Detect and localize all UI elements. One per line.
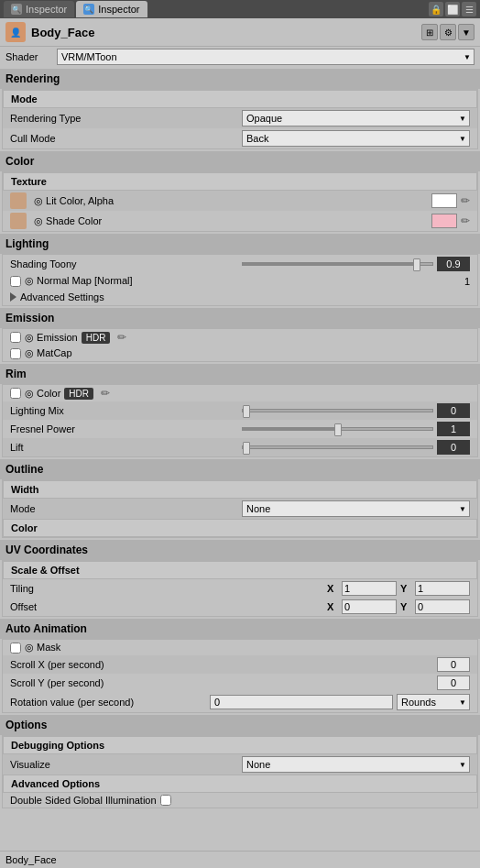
tab-inspector-1[interactable]: 🔍 Inspector	[4, 1, 74, 17]
mask-checkbox[interactable]	[10, 643, 21, 654]
shading-toony-thumb[interactable]	[413, 258, 420, 271]
cull-mode-row: Cull Mode Back	[3, 128, 477, 148]
visualize-select-wrapper[interactable]: None	[242, 756, 470, 773]
matcap-label: ◎ MatCap	[25, 347, 72, 359]
visualize-select[interactable]: None	[242, 756, 470, 773]
offset-x-label: X	[327, 601, 340, 612]
tiling-y-label: Y	[400, 583, 413, 594]
shading-toony-row: Shading Toony	[3, 255, 477, 273]
rim-color-label: ◎ Color	[25, 388, 60, 400]
tiling-x-cell: X	[327, 581, 397, 596]
main-scroll[interactable]: Rendering Mode Rendering Type Opaque Cul…	[0, 67, 480, 868]
scale-offset-header: Scale & Offset	[3, 561, 477, 579]
rotation-input[interactable]	[210, 695, 393, 709]
rim-color-row: ◎ Color HDR ✏	[3, 385, 477, 401]
fresnel-power-row: Fresnel Power	[3, 420, 477, 438]
options-section-header: Options	[0, 715, 480, 735]
offset-x-cell: X	[327, 599, 397, 614]
shade-color-swatch[interactable]	[431, 214, 457, 228]
shade-color-preview-icon	[10, 213, 27, 229]
bottom-label: Body_Face	[5, 854, 57, 865]
rim-color-checkbox[interactable]	[10, 388, 21, 399]
tab-inspector-2[interactable]: 🔍 Inspector	[76, 1, 147, 17]
scroll-x-label: Scroll X (per second)	[10, 659, 433, 670]
fresnel-power-label: Fresnel Power	[10, 423, 238, 434]
emission-hdr-badge[interactable]: HDR	[82, 332, 111, 344]
auto-animation-panel: ◎ Mask Scroll X (per second) Scroll Y (p…	[2, 639, 478, 713]
scroll-y-label: Scroll Y (per second)	[10, 677, 433, 688]
scroll-x-row: Scroll X (per second)	[3, 655, 477, 674]
lighting-mix-input[interactable]	[437, 403, 470, 418]
emission-section-header: Emission	[0, 308, 480, 328]
scroll-x-input[interactable]	[437, 657, 470, 672]
maximize-button[interactable]: ⬜	[445, 2, 460, 16]
scroll-y-input[interactable]	[437, 676, 470, 690]
rim-hdr-badge[interactable]: HDR	[64, 388, 93, 400]
lighting-mix-thumb[interactable]	[243, 405, 250, 418]
tiling-x-input[interactable]	[342, 581, 397, 596]
rendering-type-select[interactable]: Opaque	[242, 110, 470, 126]
texture-button[interactable]: ⊞	[421, 24, 438, 40]
emission-checkbox[interactable]	[10, 332, 21, 343]
tab-label-1: Inspector	[26, 4, 67, 15]
matcap-checkbox[interactable]	[10, 348, 21, 359]
shader-select[interactable]: VRM/MToon	[57, 49, 475, 65]
rounds-select-wrapper[interactable]: Rounds Radians Degrees	[397, 694, 470, 710]
advanced-options-header: Advanced Options	[3, 775, 477, 793]
shader-row: Shader VRM/MToon	[0, 47, 480, 67]
lighting-panel: Shading Toony ◎ Normal Map [Normal] 1 Ad…	[2, 254, 478, 306]
shading-toony-slider[interactable]	[242, 262, 433, 266]
offset-y-label: Y	[400, 601, 413, 612]
fresnel-power-fill	[243, 428, 338, 430]
lighting-section-header: Lighting	[0, 234, 480, 254]
uv-section-header: UV Coordinates	[0, 540, 480, 560]
advanced-triangle-icon	[10, 292, 16, 302]
menu-button[interactable]: ☰	[462, 2, 476, 16]
scroll-y-row: Scroll Y (per second)	[3, 674, 477, 692]
tiling-y-input[interactable]	[415, 581, 470, 596]
emission-edit-icon[interactable]: ✏	[117, 331, 126, 344]
rendering-type-label: Rendering Type	[10, 113, 238, 124]
fresnel-power-slider-container	[242, 422, 470, 436]
cull-mode-select[interactable]: Back	[242, 130, 470, 147]
lift-slider[interactable]	[242, 445, 433, 449]
normal-map-checkbox[interactable]	[10, 276, 21, 287]
shading-toony-input[interactable]	[437, 257, 470, 271]
cull-mode-select-wrapper[interactable]: Back	[242, 130, 470, 147]
outline-mode-select[interactable]: None	[242, 500, 470, 517]
offset-x-input[interactable]	[342, 599, 397, 614]
lock-button[interactable]: 🔒	[429, 2, 443, 16]
rendering-type-select-wrapper[interactable]: Opaque	[242, 110, 470, 126]
lighting-mix-label: Lighting Mix	[10, 405, 238, 416]
lift-row: Lift	[3, 438, 477, 456]
emission-row: ◎ Emission HDR ✏	[3, 329, 477, 346]
shade-color-edit-icon[interactable]: ✏	[461, 214, 470, 227]
fresnel-power-slider[interactable]	[242, 427, 433, 431]
shader-select-wrapper[interactable]: VRM/MToon	[57, 49, 475, 65]
rim-color-edit-icon[interactable]: ✏	[101, 387, 110, 400]
rounds-select[interactable]: Rounds Radians Degrees	[397, 694, 470, 710]
settings-button[interactable]: ⚙	[440, 24, 456, 40]
offset-y-input[interactable]	[415, 599, 470, 614]
rendering-type-row: Rendering Type Opaque	[3, 108, 477, 128]
fresnel-power-thumb[interactable]	[334, 423, 342, 436]
rendering-mode-header: Mode	[3, 90, 477, 108]
tab-label-2: Inspector	[98, 4, 139, 15]
lighting-mix-slider[interactable]	[242, 409, 433, 412]
advanced-settings-row[interactable]: Advanced Settings	[3, 289, 477, 305]
lighting-mix-slider-container	[242, 403, 470, 418]
lit-color-edit-icon[interactable]: ✏	[461, 194, 470, 207]
advanced-settings-label: Advanced Settings	[20, 291, 104, 302]
lit-color-label: ◎ Lit Color, Alpha	[34, 195, 428, 207]
lift-input[interactable]	[437, 440, 470, 455]
lighting-mix-row: Lighting Mix	[3, 401, 477, 420]
normal-map-value: 1	[464, 276, 470, 287]
more-button[interactable]: ▼	[458, 24, 475, 40]
lit-color-swatch[interactable]	[431, 193, 457, 208]
lift-thumb[interactable]	[243, 442, 250, 455]
fresnel-power-input[interactable]	[437, 422, 470, 436]
tab-bar: 🔍 Inspector 🔍 Inspector 🔒 ⬜ ☰	[0, 0, 480, 18]
double-sided-checkbox[interactable]	[160, 795, 171, 806]
outline-mode-select-wrapper[interactable]: None	[242, 500, 470, 517]
shading-toony-slider-container	[242, 257, 470, 271]
